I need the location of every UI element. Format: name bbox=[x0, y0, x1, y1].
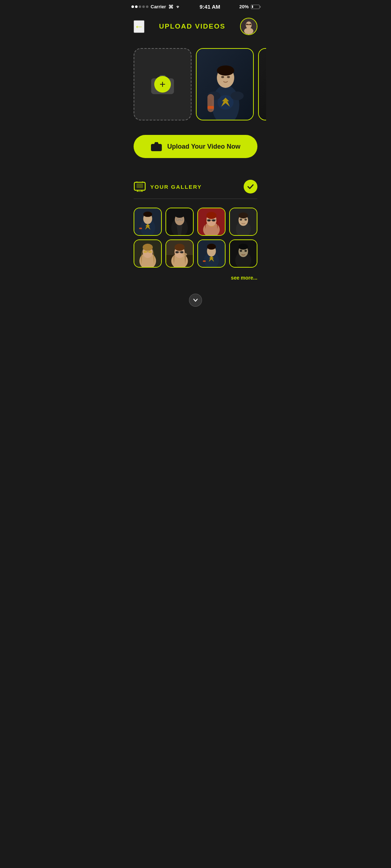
svg-point-33 bbox=[155, 146, 157, 149]
gallery-item-3[interactable] bbox=[197, 208, 226, 236]
svg-point-52 bbox=[175, 212, 184, 218]
signal-dot-1 bbox=[131, 5, 134, 8]
preview-gallery bbox=[196, 48, 266, 120]
svg-rect-60 bbox=[207, 219, 210, 221]
back-button[interactable]: ← bbox=[134, 20, 144, 33]
gallery-item-2[interactable] bbox=[165, 208, 194, 236]
svg-rect-83 bbox=[175, 251, 178, 253]
scroll-down-button[interactable] bbox=[189, 294, 202, 307]
svg-point-74 bbox=[143, 244, 153, 251]
page-title: UPLOAD VIDEOS bbox=[159, 22, 225, 30]
svg-rect-5 bbox=[250, 24, 252, 25]
gallery-item-6[interactable] bbox=[165, 239, 194, 268]
add-video-placeholder[interactable]: + bbox=[134, 48, 192, 120]
svg-rect-18 bbox=[207, 94, 214, 112]
svg-rect-84 bbox=[180, 251, 184, 253]
svg-point-3 bbox=[244, 28, 253, 34]
signal-dot-2 bbox=[135, 5, 138, 8]
preview-item-1[interactable] bbox=[196, 48, 254, 120]
svg-rect-36 bbox=[136, 183, 143, 188]
add-button[interactable]: + bbox=[154, 76, 171, 93]
status-bar: Carrier ⌘ 9:41 AM 20% bbox=[125, 0, 266, 12]
tv-icon bbox=[134, 182, 146, 192]
see-more-button[interactable]: see more... bbox=[231, 275, 257, 281]
preview-item-2[interactable] bbox=[258, 48, 266, 120]
svg-point-15 bbox=[227, 76, 230, 78]
battery-icon bbox=[251, 5, 260, 9]
gallery-title: YOUR GALLERY bbox=[150, 184, 202, 190]
gallery-grid bbox=[134, 208, 257, 268]
spacer bbox=[125, 169, 266, 180]
svg-rect-92 bbox=[203, 260, 206, 262]
svg-point-96 bbox=[239, 244, 248, 250]
svg-rect-61 bbox=[212, 219, 215, 221]
carrier-label: Carrier bbox=[151, 4, 166, 9]
svg-rect-76 bbox=[148, 251, 152, 253]
gallery-item-5[interactable] bbox=[134, 239, 162, 268]
battery-percent: 20% bbox=[239, 4, 249, 9]
svg-rect-19 bbox=[207, 106, 214, 109]
upload-button[interactable]: Upload Your Video Now bbox=[134, 135, 257, 158]
upload-button-label: Upload Your Video Now bbox=[167, 143, 240, 150]
upload-area: + bbox=[125, 41, 266, 131]
bottom-indicator bbox=[125, 288, 266, 310]
status-left: Carrier ⌘ bbox=[131, 4, 181, 10]
signal-dot-4 bbox=[142, 5, 145, 8]
svg-rect-34 bbox=[159, 145, 160, 146]
upload-button-container: Upload Your Video Now bbox=[125, 131, 266, 169]
gallery-section: YOUR GALLERY bbox=[125, 180, 266, 288]
gallery-title-row: YOUR GALLERY bbox=[134, 182, 202, 192]
svg-point-98 bbox=[244, 250, 247, 252]
svg-point-91 bbox=[207, 244, 216, 250]
svg-point-46 bbox=[143, 212, 152, 217]
gallery-item-1[interactable] bbox=[134, 208, 162, 236]
status-right: 20% bbox=[239, 4, 260, 9]
down-arrow-icon bbox=[193, 297, 198, 303]
signal-dot-3 bbox=[139, 5, 141, 8]
header: ← UPLOAD VIDEOS bbox=[125, 12, 266, 41]
gallery-item-4[interactable] bbox=[229, 208, 257, 236]
svg-point-17 bbox=[231, 92, 244, 100]
gallery-check-badge bbox=[244, 180, 257, 193]
gallery-header: YOUR GALLERY bbox=[134, 180, 257, 199]
svg-point-70 bbox=[244, 218, 247, 221]
svg-point-14 bbox=[221, 76, 224, 78]
svg-rect-4 bbox=[246, 24, 248, 25]
svg-point-86 bbox=[182, 253, 187, 256]
svg-rect-47 bbox=[139, 227, 142, 229]
signal-dots bbox=[131, 5, 148, 8]
svg-point-59 bbox=[206, 212, 216, 219]
svg-point-13 bbox=[217, 65, 234, 76]
svg-point-68 bbox=[239, 213, 248, 218]
svg-rect-20 bbox=[259, 49, 266, 120]
svg-point-82 bbox=[175, 244, 185, 251]
svg-rect-75 bbox=[143, 251, 147, 253]
wifi-icon: ⌘ bbox=[168, 4, 181, 10]
gallery-item-7[interactable] bbox=[197, 239, 226, 268]
see-more-row: see more... bbox=[134, 271, 257, 288]
check-icon bbox=[247, 183, 255, 191]
svg-point-97 bbox=[240, 250, 242, 252]
status-time: 9:41 AM bbox=[199, 4, 220, 10]
gallery-item-8[interactable] bbox=[229, 239, 257, 268]
camera-icon bbox=[151, 141, 162, 152]
svg-point-69 bbox=[240, 218, 242, 221]
avatar[interactable] bbox=[240, 18, 257, 35]
signal-dot-5 bbox=[146, 5, 148, 8]
